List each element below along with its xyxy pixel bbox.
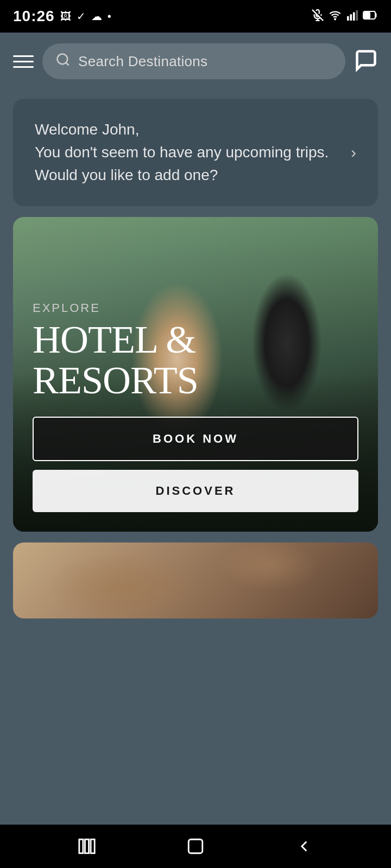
menu-line-2 — [13, 61, 34, 62]
main-content: Welcome John, You don't seem to have any… — [0, 90, 391, 692]
welcome-chevron-icon: › — [351, 143, 356, 162]
svg-rect-13 — [85, 839, 89, 853]
hotel-overlay: EXPLORE HOTEL &RESORTS BOOK NOW DISCOVER — [13, 285, 378, 532]
svg-point-10 — [58, 54, 68, 65]
photo-icon: 🖼 — [60, 10, 71, 23]
svg-rect-12 — [79, 839, 83, 853]
svg-rect-6 — [353, 12, 355, 21]
search-bar[interactable]: Search Destinations — [42, 43, 345, 79]
signal-icon — [346, 9, 358, 24]
status-time: 10:26 — [13, 8, 55, 25]
dot-icon: • — [108, 10, 111, 23]
chat-icon[interactable] — [354, 48, 378, 74]
book-now-button[interactable]: BOOK NOW — [33, 417, 358, 461]
svg-rect-4 — [347, 16, 349, 20]
svg-point-3 — [335, 18, 336, 20]
wifi-icon — [328, 9, 342, 24]
search-icon — [55, 52, 71, 71]
battery-icon — [363, 10, 378, 23]
menu-line-1 — [13, 55, 34, 57]
bottom-nav — [0, 825, 391, 868]
second-card-preview[interactable] — [13, 542, 378, 618]
status-bar: 10:26 🖼 ✓ ☁ • — [0, 0, 391, 33]
status-right-icons — [312, 9, 378, 24]
check-icon: ✓ — [77, 10, 86, 23]
status-left: 10:26 🖼 ✓ ☁ • — [13, 8, 111, 25]
discover-button[interactable]: DISCOVER — [33, 470, 358, 512]
svg-rect-14 — [91, 839, 94, 853]
cloud-icon: ☁ — [91, 10, 102, 23]
svg-rect-15 — [188, 839, 203, 853]
explore-label: EXPLORE — [33, 301, 358, 315]
svg-line-11 — [66, 62, 68, 65]
hotel-title: HOTEL &RESORTS — [33, 320, 358, 401]
welcome-card[interactable]: Welcome John, You don't seem to have any… — [13, 99, 378, 206]
bottom-spacer — [13, 629, 378, 684]
svg-rect-9 — [364, 12, 370, 18]
nav-bar: Search Destinations — [0, 33, 391, 90]
svg-rect-5 — [350, 14, 352, 21]
hotel-card: EXPLORE HOTEL &RESORTS BOOK NOW DISCOVER — [13, 217, 378, 532]
recents-button[interactable] — [72, 832, 102, 861]
mute-icon — [312, 9, 324, 24]
svg-rect-7 — [356, 10, 358, 20]
back-button[interactable] — [289, 832, 319, 861]
search-placeholder: Search Destinations — [78, 53, 207, 70]
home-button[interactable] — [181, 832, 210, 861]
menu-icon[interactable] — [13, 55, 34, 68]
welcome-message: Welcome John, You don't seem to have any… — [35, 118, 329, 187]
menu-line-3 — [13, 66, 34, 68]
